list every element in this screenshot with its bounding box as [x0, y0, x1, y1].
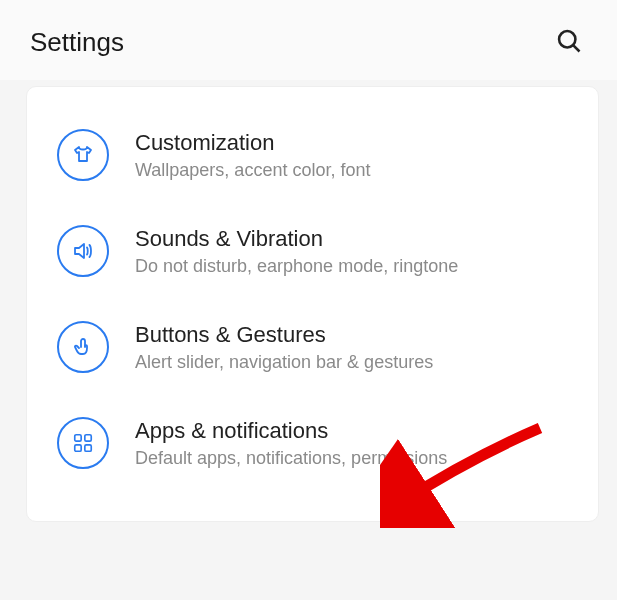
- settings-item-customization[interactable]: Customization Wallpapers, accent color, …: [57, 107, 588, 203]
- search-icon: [555, 27, 583, 58]
- settings-item-subtitle: Alert slider, navigation bar & gestures: [135, 352, 433, 373]
- app-header: Settings: [0, 0, 617, 80]
- settings-item-title: Apps & notifications: [135, 418, 447, 444]
- settings-item-text: Buttons & Gestures Alert slider, navigat…: [135, 322, 433, 373]
- svg-rect-3: [85, 435, 91, 441]
- svg-line-1: [573, 45, 579, 51]
- svg-rect-2: [75, 435, 81, 441]
- apps-icon: [57, 417, 109, 469]
- settings-item-sounds[interactable]: Sounds & Vibration Do not disturb, earph…: [57, 203, 588, 299]
- settings-item-title: Customization: [135, 130, 370, 156]
- search-button[interactable]: [551, 24, 587, 60]
- svg-rect-4: [75, 445, 81, 451]
- settings-item-text: Apps & notifications Default apps, notif…: [135, 418, 447, 469]
- settings-item-title: Buttons & Gestures: [135, 322, 433, 348]
- settings-item-title: Sounds & Vibration: [135, 226, 458, 252]
- svg-point-0: [559, 31, 575, 47]
- settings-item-subtitle: Do not disturb, earphone mode, ringtone: [135, 256, 458, 277]
- settings-item-text: Sounds & Vibration Do not disturb, earph…: [135, 226, 458, 277]
- settings-item-text: Customization Wallpapers, accent color, …: [135, 130, 370, 181]
- page-title: Settings: [30, 27, 124, 58]
- settings-list: Customization Wallpapers, accent color, …: [26, 86, 599, 522]
- settings-item-buttons[interactable]: Buttons & Gestures Alert slider, navigat…: [57, 299, 588, 395]
- touch-icon: [57, 321, 109, 373]
- settings-item-subtitle: Default apps, notifications, permissions: [135, 448, 447, 469]
- shirt-icon: [57, 129, 109, 181]
- settings-item-apps[interactable]: Apps & notifications Default apps, notif…: [57, 395, 588, 491]
- speaker-icon: [57, 225, 109, 277]
- settings-item-subtitle: Wallpapers, accent color, font: [135, 160, 370, 181]
- svg-rect-5: [85, 445, 91, 451]
